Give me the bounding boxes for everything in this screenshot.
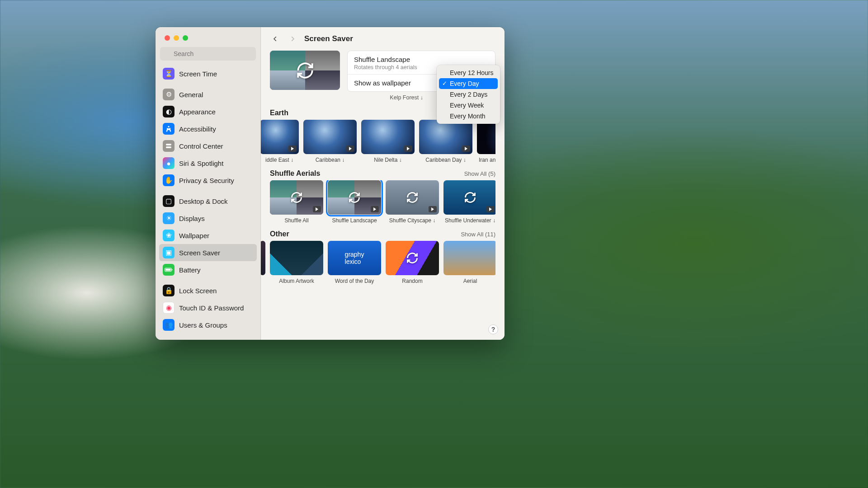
- svg-point-2: [168, 126, 169, 127]
- zoom-window-button[interactable]: [183, 35, 188, 41]
- sidebar-item-siri-spotlight[interactable]: ● Siri & Spotlight: [159, 155, 257, 172]
- dropdown-option[interactable]: Every 12 Hours: [439, 67, 498, 78]
- hourglass-icon: ⏳: [163, 68, 175, 80]
- thumb-label: Shuffle Cityscape ↓: [386, 217, 439, 224]
- sidebar-item-label: Users & Groups: [179, 321, 227, 329]
- thumb-shuffle-underwater[interactable]: Shuffle Underwater ↓: [443, 180, 495, 224]
- thumb-label: Shuffle Landscape: [328, 217, 381, 224]
- main-scroll-area[interactable]: Shuffle Landscape Rotates through 4 aeri…: [261, 51, 505, 340]
- sidebar-item-users-groups[interactable]: 👥 Users & Groups: [159, 316, 257, 333]
- dock-icon: ▢: [163, 195, 175, 207]
- sidebar-item-label: Screen Saver: [179, 249, 220, 257]
- section-title: Shuffle Aerials: [270, 169, 320, 178]
- sidebar-item-appearance[interactable]: ◐ Appearance: [159, 103, 257, 120]
- sidebar-nav: ⏳ Screen Time ⚙ General ◐ Appearance Acc…: [156, 65, 260, 340]
- thumb-label: Caribbean ↓: [303, 157, 357, 163]
- thumb-middle-east[interactable]: iddle East ↓: [261, 120, 299, 163]
- sidebar-item-label: Wallpaper: [179, 232, 209, 239]
- thumb-caribbean[interactable]: Caribbean ↓: [303, 120, 357, 163]
- section-title: Other: [270, 230, 289, 238]
- minimize-window-button[interactable]: [174, 35, 179, 41]
- thumb-label: Caribbean Day ↓: [419, 157, 472, 163]
- sidebar-item-wallpaper[interactable]: ❀ Wallpaper: [159, 227, 257, 244]
- sidebar-item-touch-id[interactable]: ◉ Touch ID & Password: [159, 299, 257, 316]
- thumb-word-of-the-day[interactable]: graphylexico Word of the Day: [328, 241, 381, 284]
- sidebar-item-accessibility[interactable]: Accessibility: [159, 120, 257, 137]
- sidebar-item-control-center[interactable]: Control Center: [159, 137, 257, 155]
- thumb-label: Random: [386, 278, 439, 284]
- thumb-label: Word of the Day: [328, 278, 381, 284]
- thumb-label: Shuffle All: [270, 217, 323, 224]
- sidebar-item-label: Lock Screen: [179, 287, 217, 295]
- thumb-shuffle-landscape[interactable]: Shuffle Landscape: [328, 180, 381, 224]
- content-header: Screen Saver: [261, 27, 505, 51]
- thumb-caribbean-day[interactable]: Caribbean Day ↓: [419, 120, 472, 163]
- dropdown-option[interactable]: Every Month: [439, 111, 498, 122]
- show-all-link[interactable]: Show All (11): [461, 231, 495, 238]
- svg-rect-4: [166, 146, 171, 148]
- section-other: Other Show All (11) Album Artwork graphy…: [270, 230, 495, 284]
- users-icon: 👥: [163, 319, 175, 331]
- section-shuffle-aerials: Shuffle Aerials Show All (5) Shuffle All: [270, 169, 495, 224]
- earth-thumbs[interactable]: iddle East ↓ Caribbean ↓ Nile Delta ↓ Ca…: [261, 120, 495, 163]
- help-button[interactable]: ?: [488, 324, 498, 334]
- play-icon: [462, 145, 470, 152]
- sidebar-item-desktop-dock[interactable]: ▢ Desktop & Dock: [159, 192, 257, 210]
- thumb-nile-delta[interactable]: Nile Delta ↓: [361, 120, 415, 163]
- thumb-shuffle-cityscape[interactable]: Shuffle Cityscape ↓: [386, 180, 439, 224]
- sidebar-item-screen-saver[interactable]: ▣ Screen Saver: [159, 244, 257, 261]
- flower-icon: ❀: [163, 230, 175, 241]
- thumb-label: Iran and Afghanistan: [477, 157, 495, 163]
- thumb-aerial[interactable]: Aerial: [443, 241, 495, 284]
- sidebar-item-label: Screen Time: [179, 70, 217, 78]
- dropdown-option-selected[interactable]: Every Day: [439, 78, 498, 89]
- current-preview-thumb[interactable]: [270, 51, 340, 90]
- section-title: Earth: [270, 109, 288, 117]
- shuffle-thumbs[interactable]: Shuffle All Shuffle Landscape: [270, 180, 495, 224]
- back-button[interactable]: [270, 33, 281, 44]
- search-input[interactable]: [160, 47, 256, 61]
- thumb-album-artwork[interactable]: Album Artwork: [270, 241, 323, 284]
- appearance-icon: ◐: [163, 106, 175, 117]
- sidebar-item-privacy-security[interactable]: ✋ Privacy & Security: [159, 172, 257, 189]
- sidebar-item-screen-time[interactable]: ⏳ Screen Time: [159, 65, 257, 82]
- forward-button[interactable]: [287, 33, 298, 44]
- thumb-label: Shuffle Underwater ↓: [443, 217, 495, 224]
- sidebar-item-label: General: [179, 91, 203, 99]
- sidebar-item-general[interactable]: ⚙ General: [159, 86, 257, 103]
- play-icon: [313, 206, 321, 212]
- thumb-prev-partial[interactable]: [261, 241, 265, 284]
- play-icon: [346, 145, 354, 152]
- thumb-label: Album Artwork: [270, 278, 323, 284]
- other-thumbs[interactable]: Album Artwork graphylexico Word of the D…: [261, 241, 495, 284]
- sidebar-item-label: Desktop & Dock: [179, 197, 228, 205]
- sidebar-item-label: Displays: [179, 215, 205, 222]
- thumb-random[interactable]: Random: [386, 241, 439, 284]
- shuffle-frequency-dropdown[interactable]: Every 12 Hours Every Day Every 2 Days Ev…: [437, 65, 500, 124]
- sidebar-item-label: Control Center: [179, 142, 223, 150]
- sidebar-item-label: Appearance: [179, 108, 216, 116]
- system-settings-window: ⏳ Screen Time ⚙ General ◐ Appearance Acc…: [156, 27, 505, 340]
- dropdown-option[interactable]: Every Week: [439, 100, 498, 111]
- hand-icon: ✋: [163, 174, 175, 186]
- close-window-button[interactable]: [165, 35, 170, 41]
- svg-rect-3: [166, 144, 171, 145]
- sun-icon: ☀: [163, 212, 175, 224]
- page-title: Screen Saver: [304, 34, 353, 43]
- preview-title: Shuffle Landscape: [354, 56, 489, 63]
- sidebar-item-label: Accessibility: [179, 125, 216, 133]
- play-icon: [404, 145, 412, 152]
- thumb-iran-afghanistan[interactable]: Iran and Afghanistan: [477, 120, 495, 163]
- battery-icon: [163, 264, 175, 276]
- sidebar-item-lock-screen[interactable]: 🔒 Lock Screen: [159, 282, 257, 299]
- content-pane: Screen Saver Shuffle Landscape Rotates t…: [261, 27, 505, 340]
- sidebar-item-label: Touch ID & Password: [179, 304, 244, 312]
- sidebar-item-battery[interactable]: Battery: [159, 261, 257, 278]
- dropdown-option[interactable]: Every 2 Days: [439, 89, 498, 100]
- thumb-shuffle-all[interactable]: Shuffle All: [270, 180, 323, 224]
- show-all-link[interactable]: Show All (5): [464, 170, 495, 177]
- shuffle-icon: [270, 51, 340, 90]
- sidebar-item-displays[interactable]: ☀ Displays: [159, 210, 257, 227]
- svg-rect-7: [172, 269, 173, 271]
- svg-rect-6: [165, 269, 170, 271]
